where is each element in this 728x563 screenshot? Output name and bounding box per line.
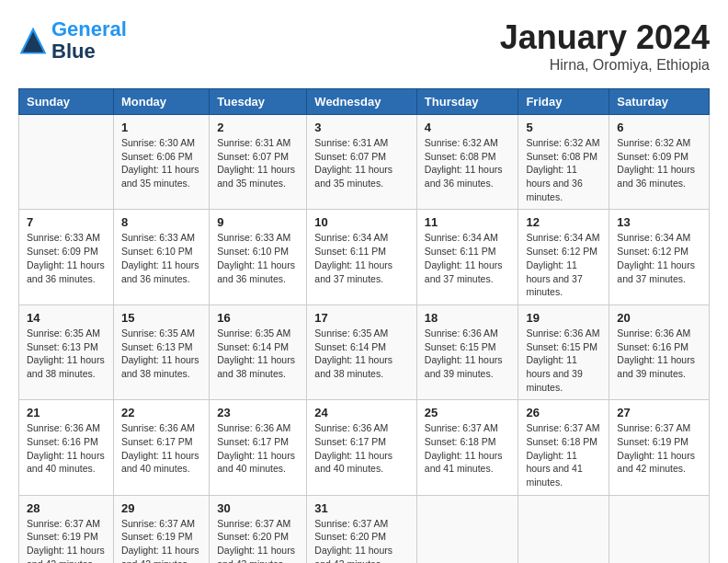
day-cell: 12Sunrise: 6:34 AMSunset: 6:12 PMDayligh… — [518, 210, 609, 304]
day-cell: 9Sunrise: 6:33 AMSunset: 6:10 PMDaylight… — [210, 210, 307, 304]
week-row-4: 21Sunrise: 6:36 AMSunset: 6:16 PMDayligh… — [19, 400, 710, 495]
day-info: Sunrise: 6:34 AMSunset: 6:12 PMDaylight:… — [526, 231, 601, 298]
day-number: 8 — [121, 215, 201, 229]
day-number: 16 — [217, 311, 299, 325]
day-cell: 30Sunrise: 6:37 AMSunset: 6:20 PMDayligh… — [210, 495, 307, 563]
logo-text: General Blue — [51, 18, 127, 63]
header-sunday: Sunday — [19, 89, 114, 115]
day-cell: 8Sunrise: 6:33 AMSunset: 6:10 PMDaylight… — [113, 210, 209, 304]
day-cell: 22Sunrise: 6:36 AMSunset: 6:17 PMDayligh… — [113, 400, 209, 495]
week-row-2: 7Sunrise: 6:33 AMSunset: 6:09 PMDaylight… — [19, 210, 710, 304]
day-cell: 31Sunrise: 6:37 AMSunset: 6:20 PMDayligh… — [307, 495, 417, 563]
day-cell: 26Sunrise: 6:37 AMSunset: 6:18 PMDayligh… — [518, 400, 609, 495]
calendar-title: January 2024 — [500, 18, 710, 57]
header-saturday: Saturday — [609, 89, 710, 115]
day-number: 25 — [425, 406, 511, 419]
day-info: Sunrise: 6:32 AMSunset: 6:09 PMDaylight:… — [617, 136, 701, 190]
day-info: Sunrise: 6:36 AMSunset: 6:17 PMDaylight:… — [121, 421, 201, 476]
day-cell: 3Sunrise: 6:31 AMSunset: 6:07 PMDaylight… — [307, 115, 417, 210]
day-number: 1 — [121, 121, 201, 134]
day-cell: 27Sunrise: 6:37 AMSunset: 6:19 PMDayligh… — [609, 400, 710, 495]
day-cell: 10Sunrise: 6:34 AMSunset: 6:11 PMDayligh… — [307, 210, 417, 304]
day-cell: 28Sunrise: 6:37 AMSunset: 6:19 PMDayligh… — [19, 495, 114, 563]
logo-icon — [18, 26, 48, 55]
header-friday: Friday — [518, 89, 609, 115]
day-cell: 6Sunrise: 6:32 AMSunset: 6:09 PMDaylight… — [609, 115, 710, 210]
day-info: Sunrise: 6:33 AMSunset: 6:10 PMDaylight:… — [121, 231, 201, 285]
day-cell: 20Sunrise: 6:36 AMSunset: 6:16 PMDayligh… — [609, 304, 710, 399]
day-number: 14 — [27, 311, 106, 325]
day-cell: 1Sunrise: 6:30 AMSunset: 6:06 PMDaylight… — [113, 115, 209, 210]
day-info: Sunrise: 6:33 AMSunset: 6:10 PMDaylight:… — [217, 231, 299, 285]
day-cell: 4Sunrise: 6:32 AMSunset: 6:08 PMDaylight… — [416, 115, 518, 210]
day-info: Sunrise: 6:37 AMSunset: 6:19 PMDaylight:… — [27, 517, 106, 563]
day-number: 22 — [121, 406, 201, 419]
day-cell: 17Sunrise: 6:35 AMSunset: 6:14 PMDayligh… — [307, 304, 417, 399]
day-number: 27 — [617, 406, 701, 419]
day-cell: 2Sunrise: 6:31 AMSunset: 6:07 PMDaylight… — [210, 115, 307, 210]
day-info: Sunrise: 6:36 AMSunset: 6:16 PMDaylight:… — [27, 421, 106, 476]
header-monday: Monday — [113, 89, 209, 115]
day-cell: 15Sunrise: 6:35 AMSunset: 6:13 PMDayligh… — [113, 304, 209, 399]
day-number: 23 — [217, 406, 299, 419]
day-info: Sunrise: 6:33 AMSunset: 6:09 PMDaylight:… — [27, 231, 106, 285]
day-info: Sunrise: 6:37 AMSunset: 6:19 PMDaylight:… — [121, 517, 201, 563]
day-number: 13 — [617, 215, 701, 229]
day-number: 30 — [217, 501, 299, 515]
day-info: Sunrise: 6:36 AMSunset: 6:15 PMDaylight:… — [526, 327, 601, 394]
day-number: 31 — [314, 501, 409, 515]
day-info: Sunrise: 6:35 AMSunset: 6:13 PMDaylight:… — [121, 327, 201, 381]
header-thursday: Thursday — [416, 89, 518, 115]
week-row-5: 28Sunrise: 6:37 AMSunset: 6:19 PMDayligh… — [19, 495, 710, 563]
day-cell: 14Sunrise: 6:35 AMSunset: 6:13 PMDayligh… — [19, 304, 114, 399]
calendar-subtitle: Hirna, Oromiya, Ethiopia — [500, 57, 710, 74]
day-info: Sunrise: 6:36 AMSunset: 6:17 PMDaylight:… — [314, 421, 409, 476]
day-info: Sunrise: 6:37 AMSunset: 6:18 PMDaylight:… — [425, 421, 511, 476]
day-number: 9 — [217, 215, 299, 229]
day-number: 15 — [121, 311, 201, 325]
day-cell: 25Sunrise: 6:37 AMSunset: 6:18 PMDayligh… — [416, 400, 518, 495]
week-row-3: 14Sunrise: 6:35 AMSunset: 6:13 PMDayligh… — [19, 304, 710, 399]
day-cell: 24Sunrise: 6:36 AMSunset: 6:17 PMDayligh… — [307, 400, 417, 495]
day-info: Sunrise: 6:37 AMSunset: 6:20 PMDaylight:… — [314, 517, 409, 563]
title-block: January 2024 Hirna, Oromiya, Ethiopia — [500, 18, 710, 74]
day-number: 24 — [314, 406, 409, 419]
day-info: Sunrise: 6:30 AMSunset: 6:06 PMDaylight:… — [121, 136, 201, 190]
day-number: 6 — [617, 121, 701, 134]
day-info: Sunrise: 6:37 AMSunset: 6:20 PMDaylight:… — [217, 517, 299, 563]
header-tuesday: Tuesday — [210, 89, 307, 115]
week-row-1: 1Sunrise: 6:30 AMSunset: 6:06 PMDaylight… — [19, 115, 710, 210]
day-cell — [609, 495, 710, 563]
day-cell: 11Sunrise: 6:34 AMSunset: 6:11 PMDayligh… — [416, 210, 518, 304]
day-number: 7 — [27, 215, 106, 229]
day-cell: 21Sunrise: 6:36 AMSunset: 6:16 PMDayligh… — [19, 400, 114, 495]
day-number: 18 — [425, 311, 511, 325]
day-info: Sunrise: 6:37 AMSunset: 6:19 PMDaylight:… — [617, 421, 701, 476]
calendar-header-row: SundayMondayTuesdayWednesdayThursdayFrid… — [19, 89, 710, 115]
day-number: 4 — [425, 121, 511, 134]
day-info: Sunrise: 6:36 AMSunset: 6:17 PMDaylight:… — [217, 421, 299, 476]
day-number: 5 — [526, 121, 601, 134]
day-number: 10 — [314, 215, 409, 229]
day-number: 28 — [27, 501, 106, 515]
day-info: Sunrise: 6:36 AMSunset: 6:16 PMDaylight:… — [617, 327, 701, 381]
day-cell: 16Sunrise: 6:35 AMSunset: 6:14 PMDayligh… — [210, 304, 307, 399]
day-number: 12 — [526, 215, 601, 229]
day-info: Sunrise: 6:35 AMSunset: 6:13 PMDaylight:… — [27, 327, 106, 381]
day-number: 26 — [526, 406, 601, 419]
day-number: 19 — [526, 311, 601, 325]
day-info: Sunrise: 6:36 AMSunset: 6:15 PMDaylight:… — [425, 327, 511, 381]
day-info: Sunrise: 6:34 AMSunset: 6:12 PMDaylight:… — [617, 231, 701, 285]
day-info: Sunrise: 6:37 AMSunset: 6:18 PMDaylight:… — [526, 421, 601, 488]
header-wednesday: Wednesday — [307, 89, 417, 115]
day-cell: 29Sunrise: 6:37 AMSunset: 6:19 PMDayligh… — [113, 495, 209, 563]
day-cell: 13Sunrise: 6:34 AMSunset: 6:12 PMDayligh… — [609, 210, 710, 304]
day-info: Sunrise: 6:32 AMSunset: 6:08 PMDaylight:… — [425, 136, 511, 190]
day-info: Sunrise: 6:31 AMSunset: 6:07 PMDaylight:… — [217, 136, 299, 190]
day-cell — [416, 495, 518, 563]
day-info: Sunrise: 6:32 AMSunset: 6:08 PMDaylight:… — [526, 136, 601, 203]
logo: General Blue — [18, 18, 127, 63]
calendar-table: SundayMondayTuesdayWednesdayThursdayFrid… — [18, 88, 710, 563]
day-number: 21 — [27, 406, 106, 419]
day-info: Sunrise: 6:35 AMSunset: 6:14 PMDaylight:… — [314, 327, 409, 381]
